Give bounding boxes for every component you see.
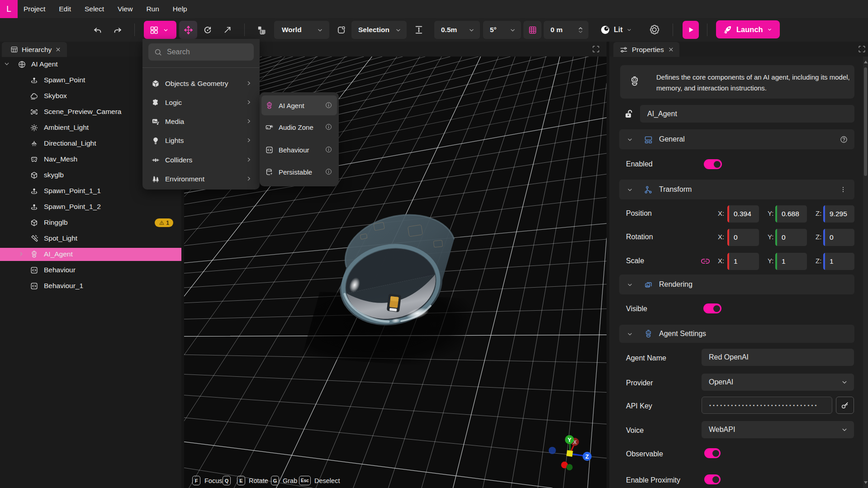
- svg-text:Y: Y: [568, 436, 572, 443]
- svg-text:Z: Z: [585, 453, 589, 460]
